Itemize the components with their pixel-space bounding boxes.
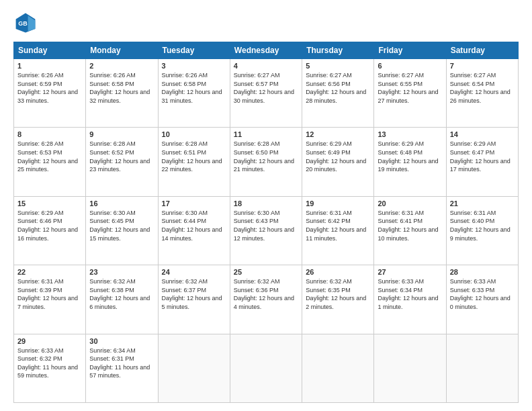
calendar-cell: 2 Sunrise: 6:26 AM Sunset: 6:58 PM Dayli…: [86, 59, 158, 128]
logo: GB: [13, 11, 42, 35]
day-info: Sunrise: 6:31 AM Sunset: 6:42 PM Dayligh…: [306, 209, 370, 242]
day-info: Sunrise: 6:28 AM Sunset: 6:52 PM Dayligh…: [89, 140, 154, 173]
day-info: Sunrise: 6:27 AM Sunset: 6:55 PM Dayligh…: [378, 71, 442, 105]
calendar-week-row: 15 Sunrise: 6:29 AM Sunset: 6:46 PM Dayl…: [14, 196, 519, 265]
weekday-header: Saturday: [446, 42, 518, 59]
calendar-cell: 20 Sunrise: 6:31 AM Sunset: 6:41 PM Dayl…: [374, 196, 446, 265]
day-number: 13: [378, 130, 442, 138]
day-info: Sunrise: 6:29 AM Sunset: 6:47 PM Dayligh…: [450, 140, 515, 173]
day-info: Sunrise: 6:34 AM Sunset: 6:31 PM Dayligh…: [89, 347, 154, 380]
weekday-header: Friday: [374, 42, 446, 59]
calendar-table: SundayMondayTuesdayWednesdayThursdayFrid…: [13, 42, 519, 403]
day-number: 28: [450, 268, 515, 276]
calendar-cell: 7 Sunrise: 6:27 AM Sunset: 6:54 PM Dayli…: [446, 59, 518, 128]
day-number: 19: [306, 199, 370, 208]
day-info: Sunrise: 6:32 AM Sunset: 6:36 PM Dayligh…: [234, 277, 298, 311]
calendar-cell: 6 Sunrise: 6:27 AM Sunset: 6:55 PM Dayli…: [374, 59, 446, 128]
calendar-cell: 1 Sunrise: 6:26 AM Sunset: 6:59 PM Dayli…: [14, 59, 86, 128]
day-info: Sunrise: 6:28 AM Sunset: 6:50 PM Dayligh…: [234, 140, 298, 173]
day-number: 21: [450, 199, 515, 208]
day-info: Sunrise: 6:28 AM Sunset: 6:53 PM Dayligh…: [17, 140, 82, 173]
day-number: 6: [378, 62, 442, 70]
calendar-cell: 17 Sunrise: 6:30 AM Sunset: 6:44 PM Dayl…: [158, 196, 230, 265]
day-number: 10: [162, 130, 226, 138]
day-number: 8: [17, 130, 82, 138]
day-info: Sunrise: 6:29 AM Sunset: 6:46 PM Dayligh…: [17, 209, 82, 242]
calendar-cell: 14 Sunrise: 6:29 AM Sunset: 6:47 PM Dayl…: [446, 128, 518, 196]
weekday-header: Tuesday: [158, 42, 230, 59]
calendar-cell: 15 Sunrise: 6:29 AM Sunset: 6:46 PM Dayl…: [14, 196, 86, 265]
day-info: Sunrise: 6:33 AM Sunset: 6:33 PM Dayligh…: [450, 277, 515, 311]
day-number: 15: [17, 199, 82, 208]
calendar-week-row: 1 Sunrise: 6:26 AM Sunset: 6:59 PM Dayli…: [14, 59, 519, 128]
day-info: Sunrise: 6:33 AM Sunset: 6:34 PM Dayligh…: [378, 277, 442, 311]
calendar-cell: 8 Sunrise: 6:28 AM Sunset: 6:53 PM Dayli…: [14, 128, 86, 196]
weekday-header: Thursday: [302, 42, 374, 59]
calendar-cell: 18 Sunrise: 6:30 AM Sunset: 6:43 PM Dayl…: [230, 196, 302, 265]
day-number: 14: [450, 130, 515, 138]
day-info: Sunrise: 6:27 AM Sunset: 6:56 PM Dayligh…: [306, 71, 370, 105]
calendar-week-row: 8 Sunrise: 6:28 AM Sunset: 6:53 PM Dayli…: [14, 128, 519, 196]
day-info: Sunrise: 6:26 AM Sunset: 6:59 PM Dayligh…: [17, 71, 82, 105]
calendar-cell: [374, 334, 446, 402]
calendar-cell: 23 Sunrise: 6:32 AM Sunset: 6:38 PM Dayl…: [86, 265, 158, 334]
day-info: Sunrise: 6:31 AM Sunset: 6:39 PM Dayligh…: [17, 277, 82, 311]
day-info: Sunrise: 6:30 AM Sunset: 6:45 PM Dayligh…: [89, 209, 154, 242]
calendar-week-row: 22 Sunrise: 6:31 AM Sunset: 6:39 PM Dayl…: [14, 265, 519, 334]
day-number: 9: [89, 130, 154, 138]
day-number: 2: [89, 62, 154, 70]
calendar-cell: 22 Sunrise: 6:31 AM Sunset: 6:39 PM Dayl…: [14, 265, 86, 334]
day-number: 22: [17, 268, 82, 276]
day-number: 7: [450, 62, 515, 70]
calendar-cell: [230, 334, 302, 402]
calendar-cell: 30 Sunrise: 6:34 AM Sunset: 6:31 PM Dayl…: [86, 334, 158, 402]
day-number: 24: [162, 268, 226, 276]
day-info: Sunrise: 6:26 AM Sunset: 6:58 PM Dayligh…: [162, 71, 226, 105]
day-info: Sunrise: 6:30 AM Sunset: 6:43 PM Dayligh…: [234, 209, 298, 242]
header: GB: [13, 11, 519, 35]
calendar-cell: 10 Sunrise: 6:28 AM Sunset: 6:51 PM Dayl…: [158, 128, 230, 196]
calendar-cell: 4 Sunrise: 6:27 AM Sunset: 6:57 PM Dayli…: [230, 59, 302, 128]
calendar-cell: 26 Sunrise: 6:32 AM Sunset: 6:35 PM Dayl…: [302, 265, 374, 334]
day-number: 23: [89, 268, 154, 276]
day-info: Sunrise: 6:28 AM Sunset: 6:51 PM Dayligh…: [162, 140, 226, 173]
calendar-cell: 21 Sunrise: 6:31 AM Sunset: 6:40 PM Dayl…: [446, 196, 518, 265]
svg-text:GB: GB: [18, 20, 28, 27]
day-number: 11: [234, 130, 298, 138]
day-number: 1: [17, 62, 82, 70]
weekday-header: Sunday: [14, 42, 86, 59]
day-info: Sunrise: 6:27 AM Sunset: 6:54 PM Dayligh…: [450, 71, 515, 105]
weekday-header: Wednesday: [230, 42, 302, 59]
day-info: Sunrise: 6:30 AM Sunset: 6:44 PM Dayligh…: [162, 209, 226, 242]
day-number: 30: [89, 337, 154, 345]
day-number: 20: [378, 199, 442, 208]
day-info: Sunrise: 6:26 AM Sunset: 6:58 PM Dayligh…: [89, 71, 154, 105]
day-number: 4: [234, 62, 298, 70]
day-info: Sunrise: 6:29 AM Sunset: 6:48 PM Dayligh…: [378, 140, 442, 173]
day-info: Sunrise: 6:29 AM Sunset: 6:49 PM Dayligh…: [306, 140, 370, 173]
calendar-cell: [446, 334, 518, 402]
day-number: 29: [17, 337, 82, 345]
day-number: 18: [234, 199, 298, 208]
day-number: 25: [234, 268, 298, 276]
calendar-cell: 28 Sunrise: 6:33 AM Sunset: 6:33 PM Dayl…: [446, 265, 518, 334]
calendar-cell: 16 Sunrise: 6:30 AM Sunset: 6:45 PM Dayl…: [86, 196, 158, 265]
day-info: Sunrise: 6:31 AM Sunset: 6:41 PM Dayligh…: [378, 209, 442, 242]
weekday-header: Monday: [86, 42, 158, 59]
day-info: Sunrise: 6:32 AM Sunset: 6:38 PM Dayligh…: [89, 277, 154, 311]
calendar-cell: 25 Sunrise: 6:32 AM Sunset: 6:36 PM Dayl…: [230, 265, 302, 334]
weekday-header-row: SundayMondayTuesdayWednesdayThursdayFrid…: [14, 42, 519, 59]
calendar-week-row: 29 Sunrise: 6:33 AM Sunset: 6:32 PM Dayl…: [14, 334, 519, 402]
day-number: 16: [89, 199, 154, 208]
calendar-cell: 12 Sunrise: 6:29 AM Sunset: 6:49 PM Dayl…: [302, 128, 374, 196]
calendar-cell: [158, 334, 230, 402]
day-number: 27: [378, 268, 442, 276]
logo-icon: GB: [13, 11, 38, 35]
day-number: 5: [306, 62, 370, 70]
calendar-cell: 9 Sunrise: 6:28 AM Sunset: 6:52 PM Dayli…: [86, 128, 158, 196]
calendar-cell: 13 Sunrise: 6:29 AM Sunset: 6:48 PM Dayl…: [374, 128, 446, 196]
day-number: 26: [306, 268, 370, 276]
calendar-cell: [302, 334, 374, 402]
day-number: 17: [162, 199, 226, 208]
calendar-cell: 29 Sunrise: 6:33 AM Sunset: 6:32 PM Dayl…: [14, 334, 86, 402]
